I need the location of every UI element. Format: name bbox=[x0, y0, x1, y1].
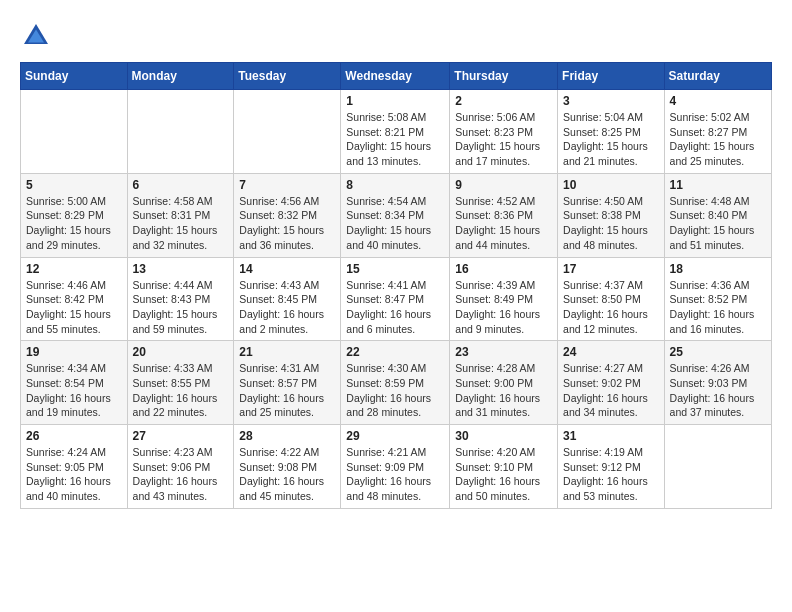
day-number: 22 bbox=[346, 345, 444, 359]
day-number: 12 bbox=[26, 262, 122, 276]
calendar-cell: 14Sunrise: 4:43 AMSunset: 8:45 PMDayligh… bbox=[234, 257, 341, 341]
day-info: Sunrise: 4:48 AMSunset: 8:40 PMDaylight:… bbox=[670, 194, 766, 253]
calendar-cell: 7Sunrise: 4:56 AMSunset: 8:32 PMDaylight… bbox=[234, 173, 341, 257]
calendar-cell: 11Sunrise: 4:48 AMSunset: 8:40 PMDayligh… bbox=[664, 173, 771, 257]
day-info: Sunrise: 4:21 AMSunset: 9:09 PMDaylight:… bbox=[346, 445, 444, 504]
day-number: 7 bbox=[239, 178, 335, 192]
day-info: Sunrise: 4:58 AMSunset: 8:31 PMDaylight:… bbox=[133, 194, 229, 253]
calendar-cell bbox=[664, 425, 771, 509]
day-info: Sunrise: 4:23 AMSunset: 9:06 PMDaylight:… bbox=[133, 445, 229, 504]
calendar-cell bbox=[21, 90, 128, 174]
page-header bbox=[20, 20, 772, 52]
header-day-monday: Monday bbox=[127, 63, 234, 90]
day-number: 18 bbox=[670, 262, 766, 276]
day-info: Sunrise: 4:56 AMSunset: 8:32 PMDaylight:… bbox=[239, 194, 335, 253]
day-info: Sunrise: 4:39 AMSunset: 8:49 PMDaylight:… bbox=[455, 278, 552, 337]
day-info: Sunrise: 4:44 AMSunset: 8:43 PMDaylight:… bbox=[133, 278, 229, 337]
calendar-cell: 20Sunrise: 4:33 AMSunset: 8:55 PMDayligh… bbox=[127, 341, 234, 425]
logo bbox=[20, 20, 56, 52]
day-info: Sunrise: 4:22 AMSunset: 9:08 PMDaylight:… bbox=[239, 445, 335, 504]
day-number: 24 bbox=[563, 345, 659, 359]
calendar-cell: 27Sunrise: 4:23 AMSunset: 9:06 PMDayligh… bbox=[127, 425, 234, 509]
calendar-cell: 26Sunrise: 4:24 AMSunset: 9:05 PMDayligh… bbox=[21, 425, 128, 509]
day-number: 26 bbox=[26, 429, 122, 443]
day-number: 21 bbox=[239, 345, 335, 359]
day-info: Sunrise: 5:08 AMSunset: 8:21 PMDaylight:… bbox=[346, 110, 444, 169]
header-day-sunday: Sunday bbox=[21, 63, 128, 90]
calendar-cell: 9Sunrise: 4:52 AMSunset: 8:36 PMDaylight… bbox=[450, 173, 558, 257]
calendar-header: SundayMondayTuesdayWednesdayThursdayFrid… bbox=[21, 63, 772, 90]
day-number: 25 bbox=[670, 345, 766, 359]
header-day-friday: Friday bbox=[558, 63, 665, 90]
header-day-tuesday: Tuesday bbox=[234, 63, 341, 90]
day-info: Sunrise: 4:54 AMSunset: 8:34 PMDaylight:… bbox=[346, 194, 444, 253]
calendar-cell: 31Sunrise: 4:19 AMSunset: 9:12 PMDayligh… bbox=[558, 425, 665, 509]
day-number: 3 bbox=[563, 94, 659, 108]
calendar-cell: 2Sunrise: 5:06 AMSunset: 8:23 PMDaylight… bbox=[450, 90, 558, 174]
day-info: Sunrise: 4:41 AMSunset: 8:47 PMDaylight:… bbox=[346, 278, 444, 337]
day-info: Sunrise: 4:28 AMSunset: 9:00 PMDaylight:… bbox=[455, 361, 552, 420]
day-info: Sunrise: 4:20 AMSunset: 9:10 PMDaylight:… bbox=[455, 445, 552, 504]
calendar-cell: 15Sunrise: 4:41 AMSunset: 8:47 PMDayligh… bbox=[341, 257, 450, 341]
calendar-cell: 18Sunrise: 4:36 AMSunset: 8:52 PMDayligh… bbox=[664, 257, 771, 341]
calendar-table: SundayMondayTuesdayWednesdayThursdayFrid… bbox=[20, 62, 772, 509]
header-day-wednesday: Wednesday bbox=[341, 63, 450, 90]
week-row-5: 26Sunrise: 4:24 AMSunset: 9:05 PMDayligh… bbox=[21, 425, 772, 509]
day-number: 16 bbox=[455, 262, 552, 276]
logo-icon bbox=[20, 20, 52, 52]
calendar-cell: 22Sunrise: 4:30 AMSunset: 8:59 PMDayligh… bbox=[341, 341, 450, 425]
day-number: 6 bbox=[133, 178, 229, 192]
calendar-cell: 28Sunrise: 4:22 AMSunset: 9:08 PMDayligh… bbox=[234, 425, 341, 509]
day-number: 11 bbox=[670, 178, 766, 192]
day-info: Sunrise: 4:30 AMSunset: 8:59 PMDaylight:… bbox=[346, 361, 444, 420]
day-info: Sunrise: 4:33 AMSunset: 8:55 PMDaylight:… bbox=[133, 361, 229, 420]
calendar-cell: 19Sunrise: 4:34 AMSunset: 8:54 PMDayligh… bbox=[21, 341, 128, 425]
day-number: 13 bbox=[133, 262, 229, 276]
day-info: Sunrise: 4:24 AMSunset: 9:05 PMDaylight:… bbox=[26, 445, 122, 504]
day-number: 10 bbox=[563, 178, 659, 192]
day-number: 8 bbox=[346, 178, 444, 192]
day-number: 5 bbox=[26, 178, 122, 192]
day-info: Sunrise: 4:19 AMSunset: 9:12 PMDaylight:… bbox=[563, 445, 659, 504]
day-info: Sunrise: 5:02 AMSunset: 8:27 PMDaylight:… bbox=[670, 110, 766, 169]
day-number: 20 bbox=[133, 345, 229, 359]
day-number: 27 bbox=[133, 429, 229, 443]
day-number: 1 bbox=[346, 94, 444, 108]
header-row: SundayMondayTuesdayWednesdayThursdayFrid… bbox=[21, 63, 772, 90]
day-number: 15 bbox=[346, 262, 444, 276]
calendar-cell: 8Sunrise: 4:54 AMSunset: 8:34 PMDaylight… bbox=[341, 173, 450, 257]
day-number: 23 bbox=[455, 345, 552, 359]
calendar-cell: 21Sunrise: 4:31 AMSunset: 8:57 PMDayligh… bbox=[234, 341, 341, 425]
week-row-4: 19Sunrise: 4:34 AMSunset: 8:54 PMDayligh… bbox=[21, 341, 772, 425]
calendar-cell: 30Sunrise: 4:20 AMSunset: 9:10 PMDayligh… bbox=[450, 425, 558, 509]
day-info: Sunrise: 4:36 AMSunset: 8:52 PMDaylight:… bbox=[670, 278, 766, 337]
calendar-cell: 23Sunrise: 4:28 AMSunset: 9:00 PMDayligh… bbox=[450, 341, 558, 425]
day-info: Sunrise: 4:31 AMSunset: 8:57 PMDaylight:… bbox=[239, 361, 335, 420]
calendar-cell: 29Sunrise: 4:21 AMSunset: 9:09 PMDayligh… bbox=[341, 425, 450, 509]
calendar-cell bbox=[127, 90, 234, 174]
day-number: 9 bbox=[455, 178, 552, 192]
week-row-3: 12Sunrise: 4:46 AMSunset: 8:42 PMDayligh… bbox=[21, 257, 772, 341]
day-info: Sunrise: 5:00 AMSunset: 8:29 PMDaylight:… bbox=[26, 194, 122, 253]
day-info: Sunrise: 4:43 AMSunset: 8:45 PMDaylight:… bbox=[239, 278, 335, 337]
day-number: 19 bbox=[26, 345, 122, 359]
day-info: Sunrise: 4:27 AMSunset: 9:02 PMDaylight:… bbox=[563, 361, 659, 420]
day-number: 2 bbox=[455, 94, 552, 108]
day-number: 30 bbox=[455, 429, 552, 443]
calendar-body: 1Sunrise: 5:08 AMSunset: 8:21 PMDaylight… bbox=[21, 90, 772, 509]
calendar-cell: 1Sunrise: 5:08 AMSunset: 8:21 PMDaylight… bbox=[341, 90, 450, 174]
calendar-cell: 6Sunrise: 4:58 AMSunset: 8:31 PMDaylight… bbox=[127, 173, 234, 257]
day-info: Sunrise: 5:06 AMSunset: 8:23 PMDaylight:… bbox=[455, 110, 552, 169]
calendar-cell: 10Sunrise: 4:50 AMSunset: 8:38 PMDayligh… bbox=[558, 173, 665, 257]
day-info: Sunrise: 5:04 AMSunset: 8:25 PMDaylight:… bbox=[563, 110, 659, 169]
calendar-cell: 13Sunrise: 4:44 AMSunset: 8:43 PMDayligh… bbox=[127, 257, 234, 341]
day-number: 29 bbox=[346, 429, 444, 443]
day-info: Sunrise: 4:52 AMSunset: 8:36 PMDaylight:… bbox=[455, 194, 552, 253]
day-info: Sunrise: 4:37 AMSunset: 8:50 PMDaylight:… bbox=[563, 278, 659, 337]
calendar-cell: 4Sunrise: 5:02 AMSunset: 8:27 PMDaylight… bbox=[664, 90, 771, 174]
week-row-1: 1Sunrise: 5:08 AMSunset: 8:21 PMDaylight… bbox=[21, 90, 772, 174]
day-number: 31 bbox=[563, 429, 659, 443]
header-day-thursday: Thursday bbox=[450, 63, 558, 90]
day-number: 4 bbox=[670, 94, 766, 108]
calendar-cell: 24Sunrise: 4:27 AMSunset: 9:02 PMDayligh… bbox=[558, 341, 665, 425]
